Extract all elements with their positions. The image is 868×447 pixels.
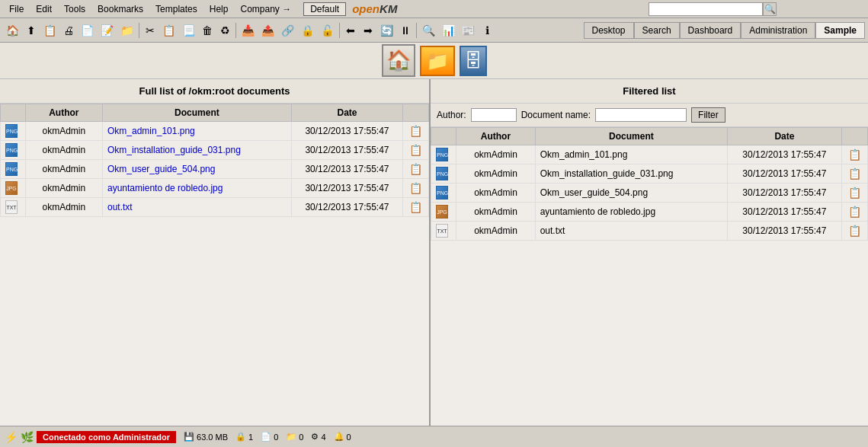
left-row-action[interactable]: 📋 <box>403 198 429 217</box>
menu-file[interactable]: File <box>3 2 30 16</box>
left-row-action-icon[interactable]: 📋 <box>409 163 422 175</box>
right-row-action[interactable]: 📋 <box>841 184 867 203</box>
left-row-action-icon[interactable]: 📋 <box>409 201 422 213</box>
tb-btn-20[interactable]: 🔄 <box>377 21 396 40</box>
left-table-row[interactable]: TXT okmAdmin out.txt 30/12/2013 17:55:47… <box>1 198 429 217</box>
tb-btn-19[interactable]: ➡ <box>360 21 376 40</box>
right-row-action-icon[interactable]: 📋 <box>848 148 861 161</box>
folder-status: 📁 0 <box>286 432 303 442</box>
left-row-document[interactable]: out.txt <box>103 198 292 217</box>
right-row-action-icon[interactable]: 📋 <box>848 187 861 199</box>
lock-icon: 🔒 <box>235 432 246 442</box>
tb-btn-17[interactable]: 🔓 <box>318 21 337 40</box>
left-row-icon: PNG <box>1 122 26 141</box>
left-row-document[interactable]: Okm_user_guide_504.png <box>103 160 292 179</box>
left-row-action[interactable]: 📋 <box>403 160 429 179</box>
tb-btn-10[interactable]: 📃 <box>179 21 198 40</box>
tb-btn-18[interactable]: ⬅ <box>342 21 359 40</box>
home-icon-button[interactable]: 🏠 <box>382 44 415 77</box>
right-table-row[interactable]: PNG okmAdmin Okm_admin_101.png 30/12/201… <box>431 145 868 164</box>
top-search-input[interactable] <box>649 2 763 16</box>
menu-edit[interactable]: Edit <box>30 2 58 16</box>
filter-button[interactable]: Filter <box>691 107 725 123</box>
folder-value: 0 <box>299 433 303 442</box>
tb-btn-24[interactable]: 📰 <box>459 21 478 40</box>
right-row-action[interactable]: 📋 <box>841 164 867 184</box>
tb-btn-6[interactable]: 📝 <box>98 21 117 40</box>
tab-sample[interactable]: Sample <box>815 22 865 39</box>
right-table-row[interactable]: JPG okmAdmin ayuntamiento de robledo.jpg… <box>431 203 868 222</box>
tb-btn-5[interactable]: 📄 <box>78 21 97 40</box>
left-table-row[interactable]: PNG okmAdmin Okm_admin_101.png 30/12/201… <box>1 122 429 141</box>
folder-icon-button[interactable]: 📁 <box>420 46 455 76</box>
tb-btn-25[interactable]: ℹ <box>479 21 495 40</box>
right-row-document[interactable]: ayuntamiento de robledo.jpg <box>535 203 728 222</box>
right-table-row[interactable]: PNG okmAdmin Okm_user_guide_504.png 30/1… <box>431 184 868 203</box>
tab-desktop[interactable]: Desktop <box>584 22 634 39</box>
menu-help[interactable]: Help <box>203 2 235 16</box>
right-row-date: 30/12/2013 17:55:47 <box>728 203 841 222</box>
docname-filter-input[interactable] <box>595 108 687 122</box>
left-row-action[interactable]: 📋 <box>403 122 429 141</box>
tab-administration[interactable]: Administration <box>741 22 815 39</box>
tb-btn-1[interactable]: 🏠 <box>3 21 22 40</box>
tb-btn-8[interactable]: ✂ <box>142 21 159 40</box>
right-row-action-icon[interactable]: 📋 <box>848 206 861 218</box>
left-row-icon: PNG <box>1 160 26 179</box>
left-row-document[interactable]: ayuntamiento de robledo.jpg <box>103 179 292 198</box>
tb-btn-21[interactable]: ⏸ <box>397 21 414 40</box>
tb-btn-16[interactable]: 🔒 <box>298 21 317 40</box>
tb-btn-23[interactable]: 📊 <box>439 21 458 40</box>
profile-button[interactable]: Default <box>303 2 346 16</box>
right-table-row[interactable]: TXT okmAdmin out.txt 30/12/2013 17:55:47… <box>431 222 868 241</box>
left-row-action-icon[interactable]: 📋 <box>409 144 422 156</box>
right-row-action[interactable]: 📋 <box>841 203 867 222</box>
right-row-document[interactable]: out.txt <box>535 222 728 241</box>
workflow-value: 4 <box>321 433 325 442</box>
tab-search[interactable]: Search <box>634 22 680 39</box>
left-row-action-icon[interactable]: 📋 <box>409 125 422 137</box>
menu-tools[interactable]: Tools <box>58 2 91 16</box>
tb-btn-11[interactable]: 🗑 <box>199 21 216 40</box>
right-row-document[interactable]: Okm_admin_101.png <box>535 145 728 164</box>
top-search-go-button[interactable]: 🔍 <box>763 2 777 16</box>
tab-dashboard[interactable]: Dashboard <box>680 22 741 39</box>
tb-btn-3[interactable]: 📋 <box>40 21 59 40</box>
menu-bookmarks[interactable]: Bookmarks <box>91 2 149 16</box>
left-row-author: okmAdmin <box>25 198 102 217</box>
tb-btn-4[interactable]: 🖨 <box>60 21 77 40</box>
left-row-document[interactable]: Okm_admin_101.png <box>103 122 292 141</box>
menu-company[interactable]: Company → <box>234 2 297 16</box>
left-row-action[interactable]: 📋 <box>403 179 429 198</box>
tb-btn-9[interactable]: 📋 <box>159 21 178 40</box>
left-table-row[interactable]: JPG okmAdmin ayuntamiento de robledo.jpg… <box>1 179 429 198</box>
tb-btn-13[interactable]: 📥 <box>239 21 258 40</box>
home-icon: 🏠 <box>386 49 411 72</box>
database-icon-button[interactable]: 🗄 <box>460 46 487 76</box>
tb-btn-12[interactable]: ♻ <box>216 21 233 40</box>
right-row-action[interactable]: 📋 <box>841 222 867 241</box>
left-row-action-icon[interactable]: 📋 <box>409 182 422 194</box>
author-filter-input[interactable] <box>471 108 517 122</box>
right-row-action-icon[interactable]: 📋 <box>848 168 861 180</box>
menu-templates[interactable]: Templates <box>149 2 203 16</box>
tb-btn-2[interactable]: ⬆ <box>23 21 40 40</box>
tb-btn-7[interactable]: 📁 <box>117 21 136 40</box>
tb-btn-14[interactable]: 📤 <box>258 21 277 40</box>
connected-status[interactable]: Conectado como Administrador <box>37 431 176 443</box>
left-row-document[interactable]: Okm_installation_guide_031.png <box>103 141 292 160</box>
tb-btn-22[interactable]: 🔍 <box>419 21 438 40</box>
left-table-row[interactable]: PNG okmAdmin Okm_user_guide_504.png 30/1… <box>1 160 429 179</box>
left-row-action[interactable]: 📋 <box>403 141 429 160</box>
right-row-action[interactable]: 📋 <box>841 145 867 164</box>
right-panel-title: Filtered list <box>431 79 868 104</box>
right-row-document[interactable]: Okm_user_guide_504.png <box>535 184 728 203</box>
right-row-action-icon[interactable]: 📋 <box>848 225 861 237</box>
left-row-icon: JPG <box>1 179 26 198</box>
right-row-document[interactable]: Okm_installation_guide_031.png <box>535 164 728 184</box>
left-doc-table: Author Document Date PNG okmAdmin Okm_ad… <box>0 104 429 217</box>
left-table-row[interactable]: PNG okmAdmin Okm_installation_guide_031.… <box>1 141 429 160</box>
tb-btn-15[interactable]: 🔗 <box>278 21 297 40</box>
top-search-bar: 🔍 <box>649 2 777 16</box>
right-table-row[interactable]: PNG okmAdmin Okm_installation_guide_031.… <box>431 164 868 184</box>
